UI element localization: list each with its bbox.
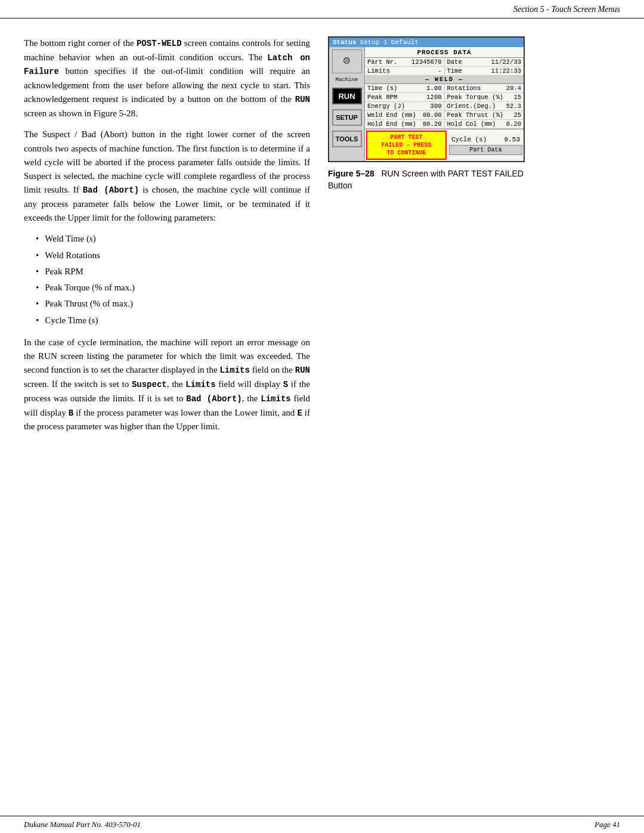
status-label: Status — [333, 39, 357, 46]
rotations-value: 20.4 — [506, 85, 521, 92]
hold-end-col-row: Hold End (mm) 80.20 Hold Col (mm) 0.20 — [365, 120, 524, 129]
rpm-torque-row: Peak RPM 1200 Peak Torque (%) 15 — [365, 93, 524, 102]
peak-thrust-cell: Peak Thrust (%) 25 — [445, 111, 524, 119]
setup-label: Setup 1 — [360, 39, 388, 46]
page-header: Section 5 - Touch Screen Menus — [0, 0, 644, 18]
suspect-mono: Suspect — [132, 380, 167, 389]
time-s-cell: Time (s) 1.00 — [365, 84, 445, 92]
screen-header-bar: Status Setup 1 Default — [329, 38, 524, 47]
b-mono: B — [69, 408, 73, 418]
part-nr-cell: Part Nr. 12345678 — [365, 58, 445, 66]
limits-mono-2: Limits — [185, 380, 215, 389]
figure-number: Figure 5–28 — [328, 169, 374, 178]
peak-thrust-value: 25 — [513, 112, 521, 119]
hold-end-cell: Hold End (mm) 80.20 — [365, 120, 445, 128]
time-s-value: 1.00 — [426, 85, 441, 92]
header-text: Section 5 - Touch Screen Menus — [513, 5, 620, 14]
process-data-title: PROCESS DATA — [365, 47, 524, 58]
bad-abort-mono: Bad (Abort) — [83, 185, 139, 195]
machine-screen: Status Setup 1 Default ☹ Machine RUN — [328, 36, 525, 162]
run-mono-1: RUN — [295, 95, 310, 104]
part-test-line1: PART TEST — [370, 134, 443, 141]
paragraph-2: The Suspect / Bad (Abort) button in the … — [24, 128, 310, 225]
right-figure-column: Status Setup 1 Default ☹ Machine RUN — [328, 36, 531, 441]
screen-data-panel: PROCESS DATA Part Nr. 12345678 Date 11/2… — [365, 47, 524, 161]
default-label: Default — [391, 39, 419, 46]
time-rotations-row: Time (s) 1.00 Rotations 20.4 — [365, 84, 524, 93]
bottom-row: PART TEST FAILED - PRESS TO CONTINUE Cyc… — [365, 129, 524, 161]
figure-caption: Figure 5–28 RUN Screen with PART TEST FA… — [328, 168, 531, 191]
date-value: 11/22/33 — [491, 58, 521, 66]
orient-cell: Orient.(Deg.) 52.3 — [445, 102, 524, 110]
limits-cell: Limits - — [365, 67, 445, 75]
energy-label: Energy (J) — [367, 103, 405, 110]
peak-torque-label: Peak Torque (%) — [447, 94, 504, 101]
hold-end-value: 80.20 — [423, 120, 442, 128]
part-test-line3: TO CONTINUE — [370, 149, 443, 157]
list-item: Cycle Time (s) — [36, 314, 310, 327]
energy-value: 300 — [431, 103, 442, 110]
screen-body: ☹ Machine RUN SETUP TOOLS — [329, 47, 524, 161]
peak-thrust-label: Peak Thrust (%) — [447, 112, 504, 119]
time-cell: Time 11:22:33 — [445, 67, 524, 75]
limits-value: - — [438, 67, 441, 75]
date-label: Date — [447, 58, 462, 66]
orient-label: Orient.(Deg.) — [447, 103, 496, 110]
part-date-row: Part Nr. 12345678 Date 11/22/33 — [365, 58, 524, 67]
footer-right: Page 41 — [595, 820, 620, 829]
part-nr-label: Part Nr. — [367, 58, 397, 66]
hold-col-label: Hold Col (mm) — [447, 120, 496, 128]
bullet-list: Weld Time (s) Weld Rotations Peak RPM Pe… — [36, 232, 310, 327]
peak-rpm-label: Peak RPM — [367, 94, 397, 101]
energy-orient-row: Energy (J) 300 Orient.(Deg.) 52.3 — [365, 102, 524, 111]
rotations-label: Rotations — [447, 85, 481, 92]
weld-section-header: — WELD — — [365, 76, 524, 84]
list-item: Peak Thrust (% of max.) — [36, 297, 310, 311]
footer-left: Dukane Manual Part No. 403-570-01 — [24, 820, 141, 829]
run-mono-2: RUN — [295, 366, 310, 375]
bad-abort-mono-2: Bad (Abort) — [186, 394, 242, 404]
e-mono: E — [297, 408, 302, 418]
part-nr-value: 12345678 — [411, 58, 441, 66]
date-cell: Date 11/22/33 — [445, 58, 524, 66]
rotations-cell: Rotations 20.4 — [445, 84, 524, 92]
latch-mono: Latch on Failure — [24, 53, 310, 77]
weld-end-cell: Weld End (mm) 80.00 — [365, 111, 445, 119]
list-item: Peak Torque (% of max.) — [36, 281, 310, 295]
time-s-label: Time (s) — [367, 85, 397, 92]
list-item: Weld Time (s) — [36, 232, 310, 246]
paragraph-3: In the case of cycle termination, the ma… — [24, 336, 310, 434]
cycle-cell: Cycle (s) 9.53 — [449, 135, 522, 144]
time-label: Time — [447, 67, 462, 75]
hold-col-cell: Hold Col (mm) 0.20 — [445, 120, 524, 128]
limits-label: Limits — [367, 67, 390, 75]
peak-torque-value: 15 — [513, 94, 521, 101]
smiley-icon: ☹ — [343, 56, 350, 67]
limits-mono-3: Limits — [261, 394, 290, 404]
screen-sidebar: ☹ Machine RUN SETUP TOOLS — [329, 47, 365, 161]
run-button[interactable]: RUN — [332, 88, 362, 104]
tools-button[interactable]: TOOLS — [332, 131, 362, 147]
part-test-line2: FAILED - PRESS — [370, 141, 443, 149]
cycle-value: 9.53 — [504, 136, 520, 143]
weld-end-label: Weld End (mm) — [367, 112, 416, 119]
cycle-partdata-group: Cycle (s) 9.53 Part Data — [449, 135, 522, 155]
peak-torque-cell: Peak Torque (%) 15 — [445, 93, 524, 101]
peak-rpm-cell: Peak RPM 1200 — [365, 93, 445, 101]
hold-col-value: 0.20 — [506, 120, 521, 128]
setup-button[interactable]: SETUP — [332, 109, 362, 126]
limits-mono-1: Limits — [219, 366, 249, 375]
paragraph-1: The bottom right corner of the POST-WELD… — [24, 36, 310, 120]
part-test-button[interactable]: PART TEST FAILED - PRESS TO CONTINUE — [366, 131, 447, 160]
orient-value: 52.3 — [506, 103, 521, 110]
list-item: Weld Rotations — [36, 249, 310, 262]
page-footer: Dukane Manual Part No. 403-570-01 Page 4… — [0, 816, 644, 833]
cycle-label: Cycle (s) — [451, 136, 487, 143]
time-value: 11:22:33 — [491, 67, 521, 75]
weld-end-value: 80.00 — [423, 112, 442, 119]
s-mono: S — [283, 380, 288, 389]
energy-cell: Energy (J) 300 — [365, 102, 445, 110]
peak-rpm-value: 1200 — [426, 94, 441, 101]
part-data-button[interactable]: Part Data — [449, 145, 522, 155]
machine-label: Machine — [336, 77, 358, 83]
